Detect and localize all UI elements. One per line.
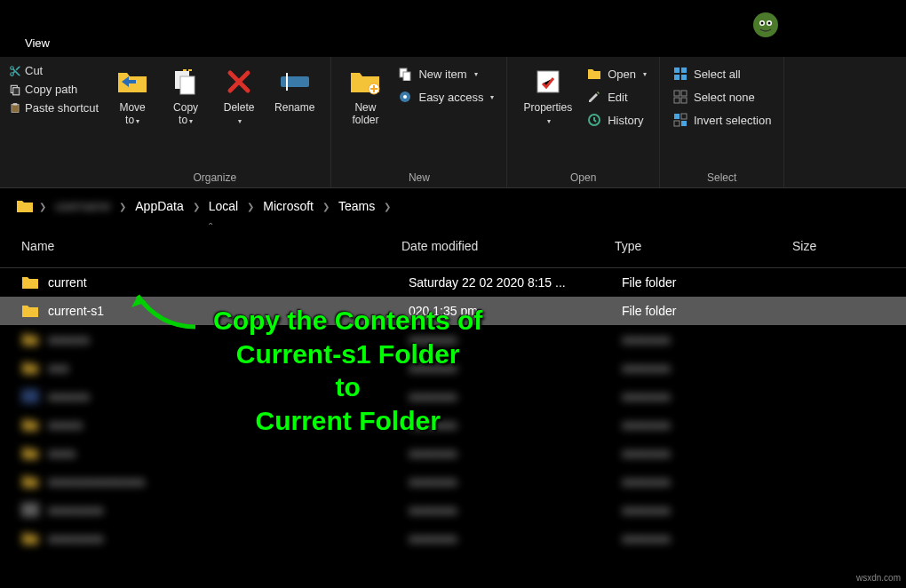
svg-rect-27 bbox=[681, 91, 687, 96]
chevron-right-icon[interactable]: ❯ bbox=[119, 202, 126, 211]
new-item-label: New item bbox=[418, 68, 466, 81]
move-to-button[interactable]: Move to▾ bbox=[107, 60, 157, 131]
select-none-icon bbox=[672, 89, 688, 105]
breadcrumb[interactable]: ❯ username ❯ AppData ❯ Local ❯ Microsoft… bbox=[0, 188, 906, 224]
sort-indicator-icon: ⌃ bbox=[207, 221, 214, 231]
history-button[interactable]: History bbox=[583, 110, 650, 130]
rename-button[interactable]: Rename bbox=[267, 60, 322, 117]
invert-icon bbox=[672, 112, 688, 128]
clipboard-group: Cut Copy path Paste shortcut bbox=[9, 60, 99, 118]
svg-rect-12 bbox=[188, 69, 192, 71]
properties-label: Properties▾ bbox=[523, 101, 572, 127]
breadcrumb-user[interactable]: username bbox=[52, 197, 114, 215]
select-none-button[interactable]: Select none bbox=[669, 87, 775, 107]
open-button[interactable]: Open▾ bbox=[583, 64, 650, 83]
rename-icon bbox=[277, 64, 313, 99]
svg-rect-30 bbox=[674, 114, 680, 119]
file-row-blurred: aaaaaaaaaaaaaaaaaaaa bbox=[0, 325, 906, 354]
invert-label: Invert selection bbox=[694, 114, 771, 127]
tab-view[interactable]: View bbox=[18, 33, 57, 53]
breadcrumb-microsoft[interactable]: Microsoft bbox=[259, 197, 317, 215]
chevron-right-icon[interactable]: ❯ bbox=[322, 202, 330, 211]
cut-button[interactable]: Cut bbox=[9, 64, 99, 77]
invert-selection-button[interactable]: Invert selection bbox=[669, 110, 775, 130]
file-date: Saturday 22 02 2020 8:15 ... bbox=[409, 275, 622, 290]
open-group-label: Open bbox=[516, 170, 650, 186]
folder-icon bbox=[21, 304, 39, 318]
history-label: History bbox=[608, 114, 643, 127]
file-row-blurred: aaaaaaaaaaaaaaaaaa bbox=[0, 439, 906, 467]
copy-to-button[interactable]: Copy to▾ bbox=[161, 60, 211, 131]
ribbon: Cut Copy path Paste shortcut Move to▾ bbox=[0, 57, 906, 188]
copy-path-label: Copy path bbox=[25, 83, 77, 96]
file-row-current[interactable]: current Saturday 22 02 2020 8:15 ... Fil… bbox=[0, 268, 906, 297]
column-date[interactable]: Date modified bbox=[391, 239, 604, 253]
new-item-icon bbox=[397, 66, 413, 82]
delete-button[interactable]: Delete▾ bbox=[214, 60, 264, 131]
select-all-icon bbox=[672, 66, 688, 82]
svg-rect-14 bbox=[286, 73, 288, 91]
file-name: current-s1 bbox=[48, 304, 409, 318]
select-all-label: Select all bbox=[694, 68, 741, 81]
select-none-label: Select none bbox=[694, 91, 755, 104]
open-icon bbox=[586, 66, 602, 82]
easy-access-label: Easy access bbox=[418, 91, 483, 104]
column-size[interactable]: Size bbox=[782, 239, 906, 253]
file-type: File folder bbox=[622, 304, 799, 318]
svg-rect-34 bbox=[21, 389, 39, 403]
file-row-blurred: aaaaaaaaaaaaaaaaaaaaaa bbox=[0, 496, 906, 524]
chevron-right-icon[interactable]: ❯ bbox=[384, 202, 391, 211]
file-type: File folder bbox=[622, 275, 799, 290]
chevron-right-icon[interactable]: ❯ bbox=[247, 202, 254, 211]
copy-path-button[interactable]: Copy path bbox=[9, 83, 99, 96]
mascot-logo bbox=[750, 9, 782, 44]
svg-rect-22 bbox=[674, 68, 680, 73]
file-row-current-s1[interactable]: current-s1 020 1:35 pm File folder bbox=[0, 297, 906, 325]
move-to-label: Move to▾ bbox=[119, 101, 145, 127]
cut-label: Cut bbox=[25, 64, 43, 77]
copy-to-label: Copy to▾ bbox=[173, 101, 198, 127]
edit-label: Edit bbox=[608, 91, 627, 104]
svg-rect-17 bbox=[403, 72, 410, 81]
svg-point-19 bbox=[403, 95, 407, 99]
select-all-button[interactable]: Select all bbox=[669, 64, 775, 83]
svg-rect-24 bbox=[674, 75, 680, 80]
file-row-blurred: aaaaaaaaaaaaaaaaa bbox=[0, 354, 906, 382]
svg-point-3 bbox=[761, 22, 764, 25]
breadcrumb-teams[interactable]: Teams bbox=[335, 197, 378, 215]
svg-rect-10 bbox=[180, 76, 195, 94]
svg-rect-6 bbox=[13, 87, 20, 94]
scissors-icon bbox=[9, 65, 21, 77]
easy-access-icon bbox=[397, 89, 413, 105]
folder-icon bbox=[21, 275, 39, 290]
new-item-button[interactable]: New item▾ bbox=[393, 64, 497, 83]
breadcrumb-appdata[interactable]: AppData bbox=[131, 197, 187, 215]
open-label: Open bbox=[608, 68, 636, 81]
titlebar bbox=[0, 0, 906, 28]
new-folder-icon bbox=[347, 64, 383, 99]
file-row-blurred: aaaaaaaaaaaaaaaaaaa bbox=[0, 410, 906, 439]
chevron-right-icon[interactable]: ❯ bbox=[39, 202, 46, 211]
breadcrumb-local[interactable]: Local bbox=[205, 197, 242, 215]
paste-shortcut-button[interactable]: Paste shortcut bbox=[9, 101, 99, 115]
edit-button[interactable]: Edit bbox=[583, 87, 650, 107]
file-date: 020 1:35 pm bbox=[409, 304, 622, 318]
organize-group-label: Organize bbox=[107, 170, 322, 186]
easy-access-button[interactable]: Easy access▾ bbox=[393, 87, 497, 107]
chevron-right-icon[interactable]: ❯ bbox=[193, 202, 200, 211]
svg-rect-29 bbox=[681, 98, 687, 103]
column-type[interactable]: Type bbox=[604, 239, 782, 253]
column-name[interactable]: Name bbox=[0, 239, 391, 253]
new-folder-label: New folder bbox=[352, 101, 378, 127]
svg-rect-25 bbox=[681, 75, 687, 80]
properties-icon bbox=[530, 64, 566, 99]
svg-rect-13 bbox=[281, 76, 309, 87]
svg-rect-26 bbox=[674, 91, 680, 96]
svg-rect-32 bbox=[674, 121, 680, 126]
copy-to-icon bbox=[168, 64, 203, 99]
properties-button[interactable]: Properties▾ bbox=[516, 60, 579, 131]
svg-point-0 bbox=[753, 12, 778, 37]
edit-icon bbox=[586, 89, 602, 105]
paste-shortcut-label: Paste shortcut bbox=[25, 101, 99, 115]
new-folder-button[interactable]: New folder bbox=[340, 60, 390, 131]
